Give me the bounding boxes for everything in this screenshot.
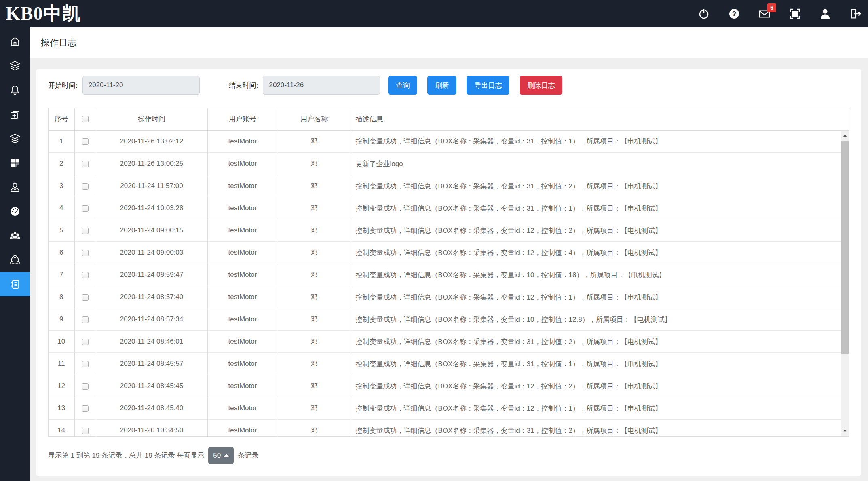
row-checkbox[interactable] [82,205,89,212]
layers-icon [9,60,21,72]
scroll-down-arrow-icon[interactable] [841,426,849,436]
row-name: 邓 [278,153,351,175]
row-index: 10 [49,331,74,353]
sidebar-item-operation-log[interactable] [0,272,30,296]
help-icon[interactable]: ? [728,8,740,20]
end-time-input[interactable] [263,76,380,95]
row-desc: 控制变量成功，详细信息（BOX名称：采集器，变量id：31，控制值：1），所属项… [351,353,841,375]
sidebar-item-account[interactable] [0,175,30,199]
topbar: KB0中凯 ? 6 [0,0,868,27]
row-checkbox[interactable] [82,228,89,234]
row-checkbox[interactable] [82,383,89,390]
row-desc: 控制变量成功，详细信息（BOX名称：采集器，变量id：31，控制值：2），所属项… [351,175,841,197]
sidebar-item-apps[interactable] [0,151,30,175]
row-time: 2020-11-24 09:00:15 [96,219,207,242]
pagination-bar: 显示第 1 到第 19 条记录，总共 19 条记录 每页显示 50 条记录 [48,447,849,464]
row-index: 2 [49,153,74,175]
sidebar-item-users[interactable] [0,224,30,248]
select-all-checkbox[interactable] [82,116,89,122]
sidebar-item-network[interactable] [0,248,30,272]
row-checkbox[interactable] [82,316,89,323]
row-account: testMotor [207,420,278,436]
row-select [74,197,96,219]
row-name: 邓 [278,131,351,153]
table-row: 102020-11-24 08:46:01testMotor邓控制变量成功，详细… [49,331,841,353]
svg-text:?: ? [732,10,736,18]
row-checkbox[interactable] [82,405,89,412]
row-checkbox[interactable] [82,161,89,167]
row-time: 2020-11-26 13:00:25 [96,153,207,175]
row-index: 1 [49,131,74,153]
row-select [74,331,96,353]
gauge-icon [9,206,21,217]
sidebar-item-dashboard[interactable] [0,199,30,224]
bell-icon [9,84,21,96]
row-checkbox[interactable] [82,272,89,278]
page-size-dropdown[interactable]: 50 [208,447,234,464]
col-select [74,108,96,130]
row-index: 11 [49,353,74,375]
user-icon[interactable] [819,8,831,20]
row-account: testMotor [207,397,278,420]
row-time: 2020-11-20 10:34:50 [96,420,207,436]
power-icon[interactable] [698,8,710,20]
fullscreen-icon[interactable] [789,8,801,20]
scrollbar-thumb[interactable] [841,141,849,354]
table-row: 132020-11-24 08:45:40testMotor邓控制变量成功，详细… [49,397,841,420]
log-card: 开始时间: 结束时间: 查询 刷新 导出日志 删除日志 序号 操作时间 [36,69,861,476]
row-select [74,264,96,286]
sidebar-item-stack[interactable] [0,127,30,151]
sidebar-item-layers[interactable] [0,54,30,78]
app-logo[interactable]: KB0中凯 [0,0,81,27]
row-select [74,420,96,436]
export-logs-button[interactable]: 导出日志 [467,76,509,95]
row-time: 2020-11-24 08:57:40 [96,286,207,308]
table-vertical-scrollbar[interactable] [841,131,849,436]
row-account: testMotor [207,153,278,175]
row-name: 邓 [278,197,351,219]
log-table: 序号 操作时间 用户账号 用户名称 描述信息 12020-11-26 13:02… [48,108,849,437]
row-time: 2020-11-26 13:02:12 [96,131,207,153]
query-button[interactable]: 查询 [388,76,417,95]
table-row: 12020-11-26 13:02:12testMotor邓控制变量成功，详细信… [49,131,841,153]
row-account: testMotor [207,175,278,197]
delete-logs-button[interactable]: 删除日志 [520,76,562,95]
logout-icon[interactable] [849,8,862,20]
row-checkbox[interactable] [82,294,89,301]
row-time: 2020-11-24 08:46:01 [96,331,207,353]
row-checkbox[interactable] [82,250,89,256]
sidebar-item-add-box[interactable] [0,102,30,127]
row-index: 8 [49,286,74,308]
row-name: 邓 [278,420,351,436]
row-checkbox[interactable] [82,428,89,434]
table-row: 22020-11-26 13:00:25testMotor邓更新了企业logo [49,153,841,175]
row-checkbox[interactable] [82,339,89,345]
row-checkbox[interactable] [82,361,89,367]
sidebar-item-home[interactable] [0,30,30,54]
row-checkbox[interactable] [82,138,89,145]
home-icon [9,36,21,47]
page-header: 操作日志 [30,27,868,58]
row-name: 邓 [278,286,351,308]
start-time-input[interactable] [82,76,200,95]
row-index: 7 [49,264,74,286]
scroll-up-arrow-icon[interactable] [841,131,849,141]
row-time: 2020-11-24 08:45:57 [96,353,207,375]
col-desc: 描述信息 [351,108,849,130]
row-select [74,131,96,153]
row-index: 4 [49,197,74,219]
row-checkbox[interactable] [82,183,89,190]
row-time: 2020-11-24 09:00:03 [96,242,207,264]
row-account: testMotor [207,353,278,375]
log-table-body: 12020-11-26 13:02:12testMotor邓控制变量成功，详细信… [49,131,849,436]
refresh-button[interactable]: 刷新 [427,76,456,95]
stack-icon [9,133,21,144]
pagination-suffix: 条记录 [238,451,258,460]
network-icon [9,254,21,266]
row-account: testMotor [207,197,278,219]
sidebar-item-alarms[interactable] [0,78,30,102]
mail-icon[interactable]: 6 [758,8,771,20]
col-index: 序号 [49,108,74,130]
row-index: 9 [49,308,74,331]
row-account: testMotor [207,242,278,264]
